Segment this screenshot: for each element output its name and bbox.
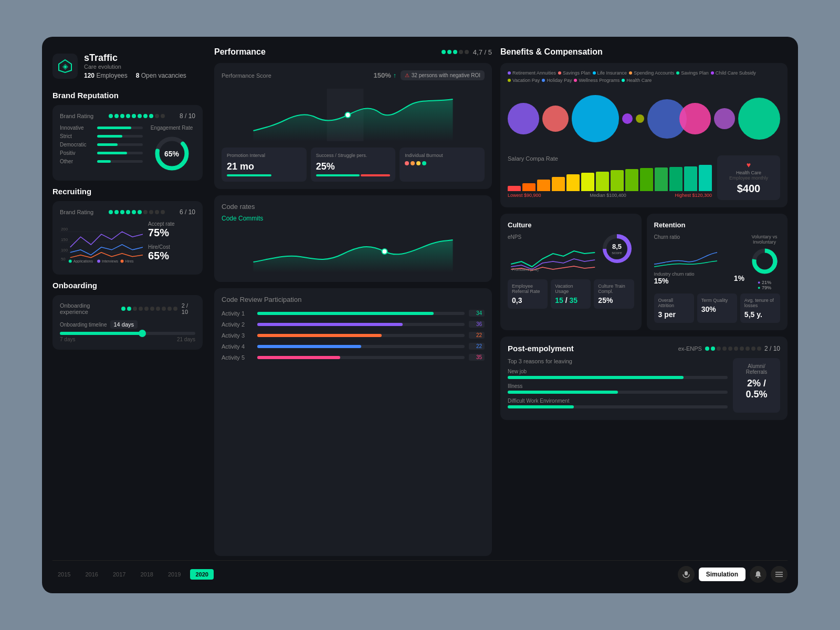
recruiting-title: Recruiting: [52, 187, 203, 196]
code-chart: [222, 225, 485, 272]
recruiting-card: Brand Rating 6 / 10: [52, 201, 203, 275]
dashboard: ◈ sTraffic Care evolution 120 Employees …: [42, 37, 798, 593]
post-inner: Top 3 reasons for leaving New job Illnes…: [508, 358, 780, 413]
benefits-bubbles: [508, 87, 780, 150]
svg-point-13: [97, 260, 100, 263]
company-header: ◈ sTraffic Care evolution 120 Employees …: [52, 47, 203, 85]
recruiting-rating-dots: [109, 210, 165, 214]
salary-bars: [508, 165, 712, 191]
retention-stats: Overall Attrition 3 per Term Quality 30%…: [654, 293, 781, 323]
activity-1: Activity 1 34: [222, 310, 485, 317]
post-employment-card: Post-empolyment ex-ENPS 2 / 10 Top 3 rea…: [500, 337, 788, 420]
code-rates-card: Code rates Code Commits: [214, 195, 492, 282]
performance-header: Performance 4,7 / 5: [214, 47, 492, 57]
middle-column: Performance 4,7 / 5 Performance Score 15…: [210, 47, 496, 556]
activity-3: Activity 3 22: [222, 332, 485, 339]
alumni-box: Alumni/ Referrals 2% / 0.5%: [733, 358, 780, 413]
burnout-stat: Success / Struggle pers. 25%: [311, 148, 396, 182]
brand-card: Brand Rating 8 / 10 Innovative Strict De…: [52, 105, 203, 181]
culture-retention-row: Culture eNPS Promoters (5–6) Passives (7…: [500, 214, 788, 330]
bottom-controls: Simulation: [678, 566, 788, 583]
svg-text:200: 200: [61, 227, 68, 232]
employee-count: 120: [84, 72, 94, 79]
mic-button[interactable]: [678, 566, 695, 583]
bottom-bar: 2015 2016 2017 2018 2019 2020 Simulation: [52, 560, 788, 583]
perf-stats-row: Promotion Interval 21 mo Success / Strug…: [222, 148, 485, 182]
year-2018[interactable]: 2018: [135, 569, 158, 580]
svg-text:Promoters (5–6): Promoters (5–6): [512, 268, 539, 272]
roi-alert: ⚠ 32 persons with negative ROI: [401, 70, 485, 80]
svg-point-19: [382, 249, 387, 254]
svg-point-11: [69, 260, 72, 263]
salary-labels: Lowest $90,900 Median $100,400 Highest $…: [508, 193, 712, 198]
company-logo: ◈: [52, 54, 78, 79]
culture-section: Culture eNPS Promoters (5–6) Passives (7…: [500, 214, 642, 330]
brand-rating-dots: [109, 114, 165, 118]
year-2017[interactable]: 2017: [108, 569, 131, 580]
recruit-chart: 200 150 100 50 Applications: [60, 221, 143, 267]
healthcare-box: ♥ Health Care Employee monthly $400: [717, 155, 780, 200]
year-2015[interactable]: 2015: [52, 569, 76, 580]
svg-text:100: 100: [61, 248, 68, 253]
year-2016[interactable]: 2016: [80, 569, 103, 580]
timeline-bar[interactable]: 2015 2016 2017 2018 2019 2020: [52, 569, 678, 580]
leaving-reasons: Top 3 reasons for leaving New job Illnes…: [508, 358, 728, 413]
onboarding-card: Onboarding experience 2 / 10 Onboarding …: [52, 295, 203, 350]
brand-rating-score: 8 / 10: [180, 112, 195, 120]
activity-2: Activity 2 36: [222, 321, 485, 328]
benefits-title: Benefits & Compensation: [500, 47, 788, 57]
engagement-box: Engagement Rate 65%: [148, 125, 195, 173]
svg-text:◈: ◈: [62, 62, 68, 70]
performance-card: Performance Score 150% ↑ ⚠ 32 persons wi…: [214, 63, 492, 189]
retention-section: Retention Churn ratio Industry churn rat…: [647, 214, 788, 330]
svg-point-15: [121, 260, 124, 263]
benefits-card: Retirement Annuities Savings Plan Life I…: [500, 63, 788, 207]
company-name: sTraffic: [84, 52, 186, 64]
svg-text:Applications: Applications: [74, 259, 93, 263]
simulation-button[interactable]: Simulation: [699, 568, 746, 581]
post-enps: ex-ENPS 2 / 10: [678, 345, 780, 352]
vacancy-count: 8: [136, 72, 140, 79]
svg-text:Hires: Hires: [125, 259, 134, 263]
year-2019[interactable]: 2019: [163, 569, 186, 580]
benefits-legend: Retirement Annuities Savings Plan Life I…: [508, 70, 780, 83]
individual-stat: Individual Burnout: [400, 148, 485, 182]
code-review-card: Code Review Participation Activity 1 34 …: [214, 288, 492, 556]
recruit-stats: Accept rate 75% Hire/Cost 65%: [148, 221, 195, 267]
right-column: Benefits & Compensation Retirement Annui…: [496, 47, 788, 556]
svg-rect-26: [685, 571, 688, 575]
svg-text:50: 50: [61, 257, 66, 261]
voluntary-box: Voluntary vs Involuntary ● 21% ● 79%: [749, 234, 780, 290]
brand-bars: Innovative Strict Democratic Positiv Oth…: [60, 125, 143, 173]
year-2020[interactable]: 2020: [190, 569, 213, 580]
company-subtitle: Care evolution: [84, 64, 186, 70]
onboarding-timeline: Onboarding timeline 14 days 7 days 21 da…: [60, 320, 195, 342]
salary-section: Salary Compa Rate: [508, 155, 780, 200]
brand-reputation-title: Brand Reputation: [52, 91, 203, 100]
onboard-rating: Onboarding experience 2 / 10: [60, 302, 195, 315]
culture-stats: Employee Referral Rate 0,3 Vacation Usag…: [508, 279, 634, 309]
onboarding-title: Onboarding: [52, 281, 203, 290]
menu-button[interactable]: [771, 566, 788, 583]
notification-button[interactable]: [750, 566, 766, 583]
svg-text:Interviews: Interviews: [102, 259, 119, 263]
promotion-stat: Promotion Interval 21 mo: [222, 148, 307, 182]
svg-point-28: [758, 577, 759, 579]
enps-score: 8,5 score: [603, 234, 634, 263]
left-column: ◈ sTraffic Care evolution 120 Employees …: [52, 47, 210, 556]
brand-rating-label: Brand Rating: [60, 113, 93, 119]
enps-chart: Promoters (5–6) Passives (7–8) Detractor…: [508, 243, 598, 272]
svg-point-18: [345, 112, 351, 118]
performance-chart: [222, 89, 485, 141]
activity-5: Activity 5 35: [222, 354, 485, 361]
activity-4: Activity 4 22: [222, 343, 485, 350]
churn-row: Churn ratio Industry churn ratio 15%: [654, 234, 781, 290]
svg-text:150: 150: [61, 237, 68, 242]
